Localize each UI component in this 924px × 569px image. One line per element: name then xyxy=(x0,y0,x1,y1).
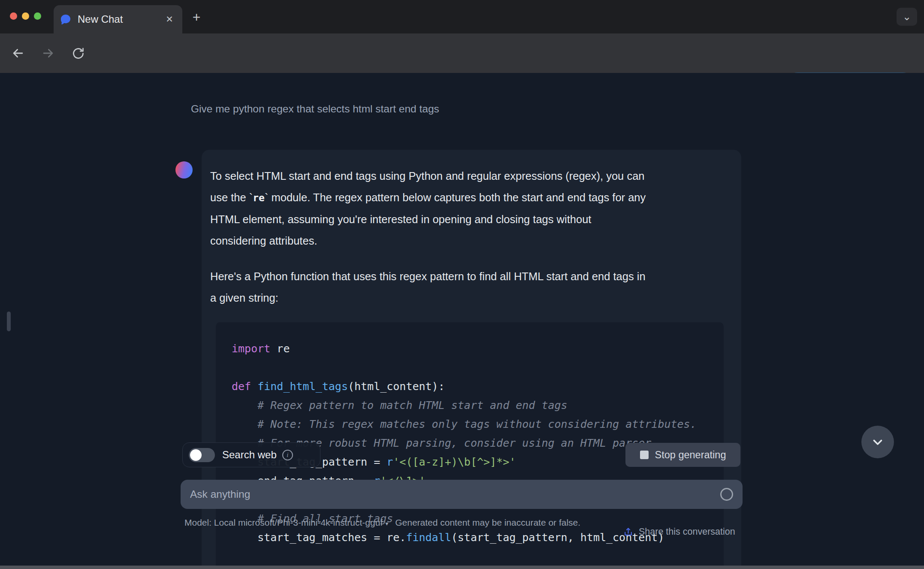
composer-bar xyxy=(181,480,743,509)
stop-icon xyxy=(640,451,649,459)
assistant-paragraph-1: To select HTML start and end tags using … xyxy=(210,165,733,251)
share-conversation-button[interactable]: Share this conversation xyxy=(623,527,735,537)
forward-button[interactable] xyxy=(39,45,57,62)
paragraph-line: a given string: xyxy=(210,287,733,309)
window-close-button[interactable] xyxy=(10,12,17,20)
forward-icon xyxy=(41,46,55,61)
search-web-panel: Search web i xyxy=(182,442,320,467)
back-button[interactable] xyxy=(9,45,27,62)
search-web-label: Search web xyxy=(222,449,277,461)
browser-toolbar: localhost:5173/conversation/665727c45da9… xyxy=(0,33,924,73)
browser-tab[interactable]: New Chat ✕ xyxy=(54,5,182,33)
window-bottom-edge xyxy=(0,566,924,569)
user-message: Give me python regex that selects html s… xyxy=(191,103,439,115)
footer-note: Model: Local microsoft/Phi-3-mini-4k-ins… xyxy=(184,516,618,530)
chat-favicon xyxy=(60,13,72,25)
window-maximize-button[interactable] xyxy=(34,12,41,20)
code-line: import re xyxy=(232,339,724,358)
tab-title: New Chat xyxy=(78,13,163,25)
paragraph-line: To select HTML start and end tags using … xyxy=(210,165,733,187)
back-icon xyxy=(11,46,25,61)
stop-generating-button[interactable]: Stop generating xyxy=(625,443,740,467)
traffic-lights xyxy=(10,12,41,20)
code-line xyxy=(232,547,724,566)
share-icon xyxy=(623,527,634,537)
info-icon[interactable]: i xyxy=(282,450,293,460)
chevron-down-icon xyxy=(870,435,885,449)
assistant-avatar xyxy=(175,161,193,179)
disclaimer-text: Generated content may be inaccurate or f… xyxy=(395,518,580,527)
inline-code-re: re xyxy=(253,192,265,203)
reload-button[interactable] xyxy=(69,45,87,62)
scroll-to-bottom-button[interactable] xyxy=(861,426,894,458)
model-label: Model: Local microsoft/Phi-3-mini-4k-ins… xyxy=(184,518,383,527)
close-tab-icon[interactable]: ✕ xyxy=(163,12,176,26)
tab-strip: New Chat ✕ + ⌄ xyxy=(0,0,924,33)
window-minimize-button[interactable] xyxy=(22,12,29,20)
share-label: Share this conversation xyxy=(639,527,735,537)
loading-spinner-icon xyxy=(720,488,733,501)
new-tab-button[interactable]: + xyxy=(188,9,205,26)
assistant-paragraph-2: Here's a Python function that uses this … xyxy=(210,266,733,309)
reload-icon xyxy=(71,46,85,61)
paragraph-line: use the `re` module. The regex pattern b… xyxy=(210,187,733,209)
code-line: # Note: This regex matches only tags wit… xyxy=(232,415,724,434)
tab-search-chevron-icon[interactable]: ⌄ xyxy=(897,8,917,26)
code-line: # Regex pattern to match HTML start and … xyxy=(232,396,724,415)
code-line: def find_html_tags(html_content): xyxy=(232,377,724,396)
code-line xyxy=(232,358,724,377)
browser-window: New Chat ✕ + ⌄ localhost:5173/conversati… xyxy=(0,0,924,569)
sidebar-handle[interactable] xyxy=(7,312,11,331)
chat-input[interactable] xyxy=(190,488,720,500)
stop-generating-label: Stop generating xyxy=(655,449,726,461)
toggle-knob xyxy=(190,449,202,461)
paragraph-line: considering attributes. xyxy=(210,230,733,251)
paragraph-line: HTML element, assuming you're interested… xyxy=(210,209,733,230)
chat-page: Give me python regex that selects html s… xyxy=(0,73,924,569)
model-dropdown-caret-icon[interactable]: ▾ xyxy=(385,520,388,527)
search-web-toggle[interactable] xyxy=(189,448,215,462)
paragraph-line: Here's a Python function that uses this … xyxy=(210,266,733,287)
